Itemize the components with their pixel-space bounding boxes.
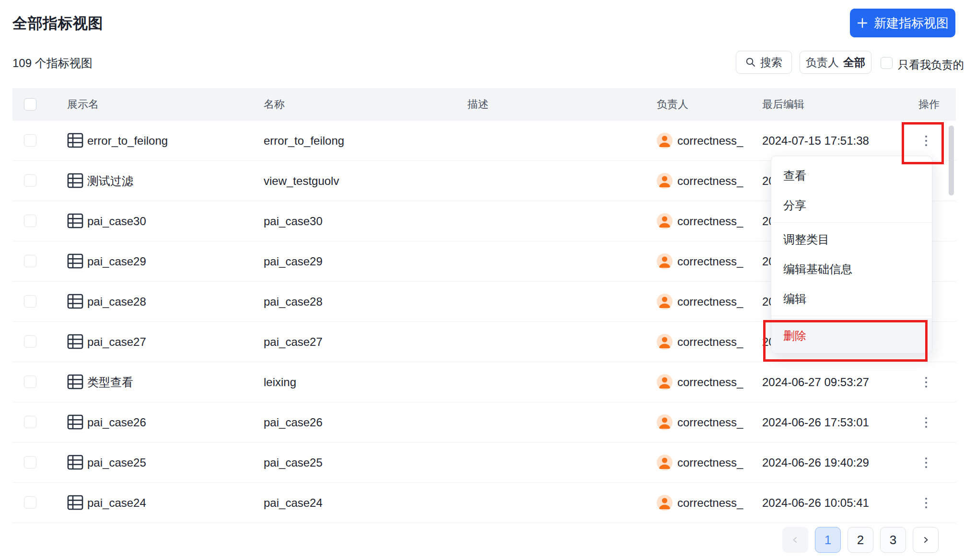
owner-cell: correctness_: [677, 362, 762, 402]
name-cell: pai_case25: [264, 443, 323, 482]
col-header-display-name: 展示名: [67, 88, 99, 121]
table-row: 类型查看 leixing correctness_ 2024-06-27 09:…: [12, 362, 956, 402]
create-view-label: 新建指标视图: [874, 15, 949, 32]
owner-avatar: [657, 374, 673, 390]
owner-cell: correctness_: [677, 121, 762, 160]
table-icon: [67, 374, 83, 389]
owner-cell: correctness_: [677, 443, 762, 482]
table-row: pai_case26 pai_case26 correctness_ 2024-…: [12, 402, 956, 443]
search-label: 搜索: [760, 55, 782, 70]
row-checkbox[interactable]: [24, 335, 36, 348]
row-actions-kebab-button[interactable]: [916, 492, 937, 514]
table-row: pai_case24 pai_case24 correctness_ 2024-…: [12, 483, 956, 523]
table-icon: [67, 133, 83, 148]
owner-cell: correctness_: [677, 402, 762, 442]
name-cell: pai_case28: [264, 282, 323, 321]
row-checkbox[interactable]: [24, 456, 36, 469]
name-cell: pai_case26: [264, 402, 323, 442]
last-edited-cell: 2024-06-26 10:05:41: [762, 483, 869, 523]
page-title: 全部指标视图: [12, 13, 103, 34]
col-header-actions: 操作: [918, 88, 940, 121]
col-header-last-edited: 最后编辑: [762, 88, 804, 121]
row-checkbox[interactable]: [24, 255, 36, 267]
name-cell: leixing: [264, 362, 296, 402]
row-checkbox[interactable]: [24, 416, 36, 428]
display-name-cell: pai_case24: [87, 483, 146, 523]
name-cell: pai_case27: [264, 322, 323, 362]
owner-cell: correctness_: [677, 483, 762, 523]
row-checkbox[interactable]: [24, 295, 36, 308]
name-cell: pai_case30: [264, 201, 323, 241]
pagination-page-3[interactable]: 3: [880, 527, 906, 553]
owner-filter-value: 全部: [843, 55, 865, 70]
row-checkbox[interactable]: [24, 376, 36, 388]
table-row: pai_case25 pai_case25 correctness_ 2024-…: [12, 443, 956, 483]
owner-avatar: [657, 414, 673, 430]
display-name-cell: pai_case25: [87, 443, 146, 482]
table-icon: [67, 213, 83, 229]
owner-filter-label: 负责人: [806, 55, 839, 70]
row-checkbox[interactable]: [24, 496, 36, 509]
plus-icon: [857, 17, 868, 29]
row-checkbox[interactable]: [24, 134, 36, 147]
owner-cell: correctness_: [677, 161, 762, 201]
owner-cell: correctness_: [677, 241, 762, 281]
name-cell: pai_case24: [264, 483, 323, 523]
only-mine-label: 只看我负责的: [898, 57, 964, 72]
pagination-next-button[interactable]: [913, 527, 939, 553]
owner-avatar: [657, 495, 673, 511]
display-name-cell: pai_case26: [87, 402, 146, 442]
owner-avatar: [657, 253, 673, 269]
owner-cell: correctness_: [677, 201, 762, 241]
owner-avatar: [657, 294, 673, 309]
display-name-cell: pai_case27: [87, 322, 146, 362]
owner-filter-button[interactable]: 负责人 全部: [800, 51, 871, 74]
table-row: error_to_feilong error_to_feilong correc…: [12, 121, 956, 161]
table-icon: [67, 495, 83, 510]
menu-item-delete[interactable]: 删除: [771, 318, 932, 353]
display-name-cell: pai_case29: [87, 241, 146, 281]
owner-avatar: [657, 173, 673, 189]
pagination-page-1[interactable]: 1: [815, 527, 841, 553]
select-all-checkbox[interactable]: [24, 98, 36, 111]
row-actions-kebab-button[interactable]: [916, 412, 937, 433]
menu-item-view[interactable]: 查看: [771, 161, 932, 191]
owner-cell: correctness_: [677, 282, 762, 321]
owner-avatar: [657, 213, 673, 229]
last-edited-cell: 2024-06-26 19:40:29: [762, 443, 869, 482]
owner-avatar: [657, 455, 673, 470]
row-actions-context-menu: 查看 分享 调整类目 编辑基础信息 编辑 删除: [771, 156, 932, 354]
owner-avatar: [657, 133, 673, 149]
row-checkbox[interactable]: [24, 174, 36, 187]
row-actions-kebab-button[interactable]: [916, 372, 937, 393]
col-header-owner: 负责人: [657, 88, 688, 121]
pagination-prev-button[interactable]: [782, 527, 808, 553]
chevron-left-icon: [791, 536, 800, 544]
display-name-cell: pai_case30: [87, 201, 146, 241]
row-checkbox[interactable]: [24, 215, 36, 227]
chevron-right-icon: [921, 536, 930, 544]
menu-item-edit[interactable]: 编辑: [771, 284, 932, 314]
menu-item-edit-basic-info[interactable]: 编辑基础信息: [771, 254, 932, 284]
menu-item-adjust-category[interactable]: 调整类目: [771, 225, 932, 254]
table-scrollbar-thumb[interactable]: [949, 126, 954, 195]
table-icon: [67, 334, 83, 349]
row-actions-kebab-button[interactable]: [916, 452, 937, 473]
search-button[interactable]: 搜索: [736, 51, 792, 74]
create-view-button[interactable]: 新建指标视图: [850, 9, 955, 37]
owner-avatar: [657, 334, 673, 350]
menu-item-share[interactable]: 分享: [771, 191, 932, 220]
owner-cell: correctness_: [677, 322, 762, 362]
only-mine-checkbox[interactable]: [881, 57, 893, 69]
display-name-cell: 类型查看: [87, 362, 133, 402]
row-actions-kebab-button[interactable]: [916, 130, 937, 151]
last-edited-cell: 2024-07-15 17:51:38: [762, 121, 869, 160]
table-icon: [67, 455, 83, 470]
menu-divider: [771, 222, 932, 223]
table-icon: [67, 173, 83, 188]
pagination-page-2[interactable]: 2: [848, 527, 873, 553]
display-name-cell: pai_case28: [87, 282, 146, 321]
pagination: 1 2 3: [782, 527, 939, 553]
name-cell: error_to_feilong: [264, 121, 344, 160]
display-name-cell: 测试过滤: [87, 161, 133, 201]
